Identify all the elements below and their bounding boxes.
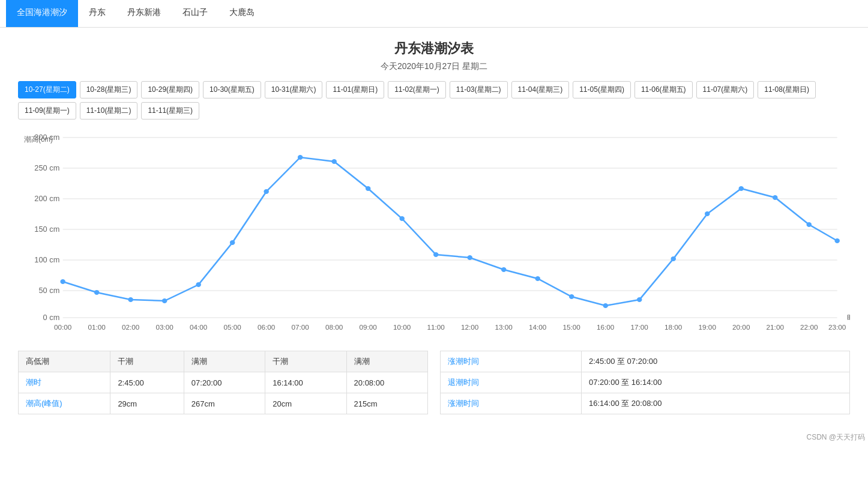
tide-line [63,157,837,306]
svg-text:11:00: 11:00 [427,324,445,331]
date-selector: 10-27(星期二)10-28(星期三)10-29(星期四)10-30(星期五)… [18,81,850,119]
data-point [738,186,744,191]
tide-table-header: 干潮 [265,351,346,372]
y-axis-title: 潮高(cm) [24,135,53,145]
data-point [467,255,472,260]
data-point [366,186,371,191]
nav-item-shishanz[interactable]: 石山子 [172,0,219,27]
data-point [569,294,574,299]
top-navigation: 全国海港潮汐 丹东 丹东新港 石山子 大鹿岛 [0,0,868,28]
tide-info-value: 07:20:00 至 16:14:00 [582,372,850,393]
svg-text:06:00: 06:00 [258,324,275,331]
svg-text:18:00: 18:00 [665,324,682,331]
svg-text:19:00: 19:00 [699,324,716,331]
subtitle: 今天2020年10月27日 星期二 [18,61,850,72]
tide-row-value: 2:45:00 [110,372,184,393]
svg-text:05:00: 05:00 [223,324,241,331]
data-point [671,256,676,261]
chart-container: 潮高(cm) 300 cm 250 cm 200 cm 150 cm [18,132,850,336]
tide-row-value: 16:14:00 [265,372,346,393]
tide-info-table: 涨潮时间2:45:00 至 07:20:00退潮时间07:20:00 至 16:… [440,351,850,414]
svg-text:07:00: 07:00 [292,324,309,331]
svg-text:250 cm: 250 cm [34,164,59,172]
tide-info-value: 16:14:00 至 20:08:00 [582,393,850,414]
data-point [162,298,167,303]
svg-text:04:00: 04:00 [190,324,207,331]
nav-item-daludo[interactable]: 大鹿岛 [219,0,265,27]
tide-row-value: 07:20:00 [184,372,265,393]
tide-table: 高低潮干潮满潮干潮满潮潮时2:45:0007:20:0016:14:0020:0… [18,351,428,414]
page-title: 丹东港潮汐表 [18,40,850,58]
date-btn-8[interactable]: 11-04(星期三) [511,81,570,98]
svg-text:14:00: 14:00 [529,324,546,331]
svg-text:16:00: 16:00 [597,324,614,331]
data-point [298,155,303,160]
svg-text:13:00: 13:00 [495,324,513,331]
tide-info-label: 退潮时间 [441,372,582,393]
svg-text:09:00: 09:00 [360,324,377,331]
svg-text:00:00: 00:00 [54,324,71,331]
title-area: 丹东港潮汐表 今天2020年10月27日 星期二 [18,40,850,72]
date-btn-2[interactable]: 10-29(星期四) [141,81,199,98]
svg-text:22:00: 22:00 [800,324,818,331]
date-btn-11[interactable]: 11-07(星期六) [696,81,755,98]
data-point [94,290,100,295]
data-point [807,222,812,227]
data-point [773,195,778,200]
date-btn-1[interactable]: 10-28(星期三) [80,81,138,98]
nav-item-dandong-xin[interactable]: 丹东新港 [116,0,172,27]
data-point [535,276,540,281]
date-btn-0[interactable]: 10-27(星期二) [18,81,76,98]
date-btn-15[interactable]: 11-11(星期三) [141,102,199,119]
date-btn-4[interactable]: 10-31(星期六) [265,81,323,98]
data-point [196,282,201,287]
date-btn-9[interactable]: 11-05(星期四) [573,81,631,98]
tide-table-header: 干潮 [110,351,184,372]
svg-text:时间: 时间 [847,313,850,322]
tide-info-label: 涨潮时间 [441,351,582,372]
table-section: 高低潮干潮满潮干潮满潮潮时2:45:0007:20:0016:14:0020:0… [18,351,850,414]
main-content: 丹东港潮汐表 今天2020年10月27日 星期二 10-27(星期二)10-28… [0,28,868,426]
date-btn-3[interactable]: 10-30(星期五) [203,81,261,98]
tide-row-value: 29cm [110,393,184,414]
tide-chart: 300 cm 250 cm 200 cm 150 cm 100 cm 50 cm… [18,132,850,336]
tide-info-value: 2:45:00 至 07:20:00 [582,351,850,372]
data-point [501,267,507,272]
svg-text:200 cm: 200 cm [34,195,59,203]
svg-text:12:00: 12:00 [461,324,478,331]
svg-text:100 cm: 100 cm [34,256,59,264]
data-point [60,279,65,284]
tide-row-value: 20:08:00 [346,372,427,393]
tide-row-label: 潮时 [19,372,110,393]
nav-item-dandong[interactable]: 丹东 [78,0,116,27]
footer: CSDN @天天打码 [0,432,868,443]
date-btn-13[interactable]: 11-09(星期一) [18,102,76,119]
svg-text:10:00: 10:00 [393,324,411,331]
tide-info-label: 涨潮时间 [441,393,582,414]
date-btn-14[interactable]: 11-10(星期二) [80,102,138,119]
svg-text:01:00: 01:00 [88,324,105,331]
tide-table-header: 满潮 [184,351,265,372]
svg-text:50 cm: 50 cm [38,286,59,295]
svg-text:23:00: 23:00 [828,324,846,331]
svg-text:20:00: 20:00 [732,324,750,331]
svg-text:21:00: 21:00 [767,324,784,331]
date-btn-10[interactable]: 11-06(星期五) [634,81,693,98]
svg-text:15:00: 15:00 [563,324,580,331]
data-point [399,216,405,221]
tide-row-label: 潮高(峰值) [19,393,110,414]
date-btn-5[interactable]: 11-01(星期日) [326,81,384,98]
tide-row-value: 20cm [265,393,346,414]
svg-text:02:00: 02:00 [122,324,139,331]
nav-item-national[interactable]: 全国海港潮汐 [6,0,78,27]
data-point [603,303,608,308]
data-point [128,297,133,302]
data-point [230,240,235,245]
date-btn-7[interactable]: 11-03(星期二) [450,81,508,98]
data-point [637,297,642,302]
date-btn-6[interactable]: 11-02(星期一) [388,81,446,98]
svg-text:0 cm: 0 cm [43,313,60,322]
data-point [433,252,439,257]
tide-table-header: 高低潮 [19,351,110,372]
date-btn-12[interactable]: 11-08(星期日) [758,81,816,98]
